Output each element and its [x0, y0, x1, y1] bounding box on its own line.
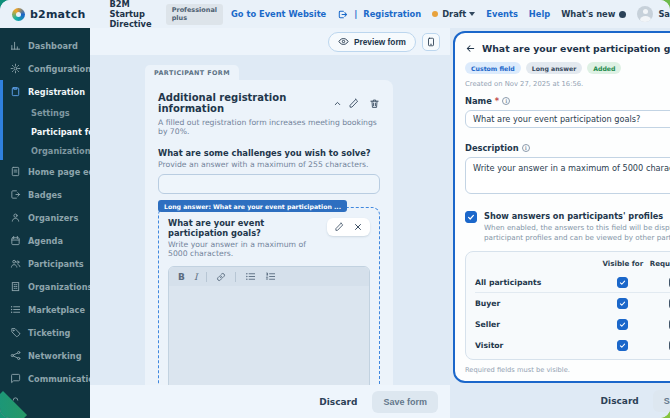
description-label-row: Description i	[465, 143, 670, 153]
whats-new-label: What's new	[561, 9, 615, 19]
document-icon	[10, 166, 21, 177]
toolbar-divider	[206, 272, 207, 282]
sidebar-item-participants[interactable]: Participants	[0, 252, 90, 275]
events-link[interactable]: Events	[486, 9, 518, 19]
required-for-column-header: Required for	[649, 259, 670, 268]
sidebar-item-label: Marketplace	[28, 305, 85, 315]
mobile-preview-button[interactable]	[422, 33, 440, 51]
description-label: Description	[465, 143, 519, 153]
help-link[interactable]: Help	[529, 9, 550, 19]
dashboard-icon	[10, 40, 21, 51]
row-label: Visitor	[475, 341, 597, 350]
field-name-input[interactable]	[465, 110, 670, 128]
registration-link[interactable]: Registration	[363, 9, 421, 19]
plan-badge: Professional plus	[166, 4, 223, 25]
sidebar-item-communications[interactable]: Communications	[0, 367, 90, 390]
chevron-up-icon	[333, 99, 342, 108]
sidebar-subitem-label: Participant form	[31, 127, 90, 137]
form-builder: Preview form PARTICIPANT FORM Additional…	[90, 28, 450, 418]
close-icon	[353, 222, 363, 232]
visible-checkbox-all-participants[interactable]	[617, 277, 628, 288]
sidebar-item-home-page-editor[interactable]: Home page editor	[0, 160, 90, 183]
sidebar-item-dashboard[interactable]: Dashboard	[0, 34, 90, 57]
badge-long-answer: Long answer	[526, 62, 582, 74]
field-description-input[interactable]	[465, 157, 670, 194]
created-timestamp: Created on Nov 27, 2025 at 16:56.	[465, 80, 670, 88]
calendar-icon	[10, 235, 21, 246]
brand-name: b2match	[30, 8, 85, 21]
chat-icon	[10, 373, 21, 384]
sidebar-item-label: Home page editor	[28, 167, 90, 177]
sidebar-item-ticketing[interactable]: Ticketing	[0, 321, 90, 344]
check-icon	[619, 300, 626, 307]
sidebar-item-participant-form[interactable]: Participant form	[3, 122, 90, 141]
status-label: Draft	[442, 9, 466, 19]
sidebar-item-configuration[interactable]: Configuration	[0, 57, 90, 80]
sidebar-item-marketplace[interactable]: Marketplace	[0, 298, 90, 321]
back-button[interactable]	[465, 43, 476, 54]
rich-text-editor: B I	[168, 266, 370, 385]
discard-field-button[interactable]: Discard	[601, 396, 639, 406]
form-canvas: PARTICIPANT FORM Additional registration…	[90, 55, 450, 385]
sidebar-subitem-label: Organization form	[31, 146, 90, 156]
participant-form-tab[interactable]: PARTICIPANT FORM	[145, 65, 239, 80]
edit-section-button[interactable]	[348, 98, 359, 109]
info-icon[interactable]: i	[502, 97, 510, 105]
sidebar-item-networking[interactable]: Networking	[0, 344, 90, 367]
visible-checkbox-buyer[interactable]	[617, 298, 628, 309]
external-link-icon[interactable]	[337, 9, 348, 20]
question-label: What are your event participation goals?	[168, 218, 327, 238]
save-field-button[interactable]: Save field	[653, 390, 670, 412]
italic-button[interactable]: I	[194, 272, 198, 282]
sidebar-item-label: Agenda	[28, 236, 63, 246]
bullet-list-button[interactable]	[245, 271, 256, 282]
sidebar-item-organizers[interactable]: Organizers	[0, 206, 90, 229]
sidebar-item-badges[interactable]: Badges	[0, 183, 90, 206]
question-short-answer[interactable]: What are some challenges you wish to sol…	[158, 148, 380, 194]
show-answers-setting: Show answers on participants' profiles W…	[465, 211, 670, 243]
long-answer-textarea[interactable]	[169, 286, 369, 385]
short-answer-input[interactable]	[158, 174, 380, 194]
visible-checkbox-seller[interactable]	[617, 319, 628, 330]
field-badges: Custom field Long answer Added	[465, 62, 670, 74]
save-form-button[interactable]: Save form	[372, 391, 438, 413]
collapse-section-button[interactable]	[333, 99, 342, 108]
sidebar-item-organization-form[interactable]: Organization form	[3, 141, 90, 160]
question-long-answer-selected[interactable]: What are your event participation goals?…	[158, 207, 380, 385]
event-status-dropdown[interactable]: Draft	[432, 9, 475, 19]
sidebar-item-registration[interactable]: Registration	[3, 80, 90, 103]
row-label: All participants	[475, 278, 597, 287]
sidebar-item-label: Organizers	[28, 213, 78, 223]
user-menu[interactable]: Sarah Smith	[637, 6, 670, 22]
sidebar-item-organizations[interactable]: Organizations	[0, 275, 90, 298]
whats-new-link[interactable]: What's new	[561, 9, 626, 19]
name-char-counter: 215	[466, 130, 670, 138]
show-answers-checkbox[interactable]	[465, 211, 477, 223]
brand[interactable]: b2match	[12, 8, 85, 21]
tag-icon	[10, 327, 21, 338]
info-icon[interactable]: i	[522, 144, 530, 152]
go-to-event-website-link[interactable]: Go to Event Website	[231, 9, 326, 19]
deselect-field-button[interactable]	[353, 222, 363, 232]
preview-form-button[interactable]: Preview form	[328, 32, 416, 52]
sidebar-item-agenda[interactable]: Agenda	[0, 229, 90, 252]
delete-section-button[interactable]	[369, 98, 380, 109]
trash-icon	[369, 98, 380, 109]
bold-button[interactable]: B	[178, 272, 185, 282]
table-row: Seller	[475, 314, 670, 335]
numbered-list-button[interactable]	[265, 271, 276, 282]
link-button[interactable]	[216, 272, 226, 282]
row-label: Buyer	[475, 299, 597, 308]
discard-form-button[interactable]: Discard	[319, 397, 357, 407]
table-row: Buyer	[475, 293, 670, 314]
edit-field-button[interactable]	[334, 222, 344, 232]
visible-checkbox-visitor[interactable]	[617, 340, 628, 351]
form-section-card: Additional registration information	[145, 80, 393, 385]
sidebar-item-label: Ticketing	[28, 328, 70, 338]
badge-added: Added	[587, 62, 621, 74]
sidebar-item-label: Registration	[28, 87, 85, 97]
name-label-row: Name* i	[465, 96, 670, 106]
event-name: B2M Startup Directive	[109, 0, 151, 29]
check-icon	[467, 213, 475, 221]
sidebar-item-settings[interactable]: Settings	[3, 103, 90, 122]
